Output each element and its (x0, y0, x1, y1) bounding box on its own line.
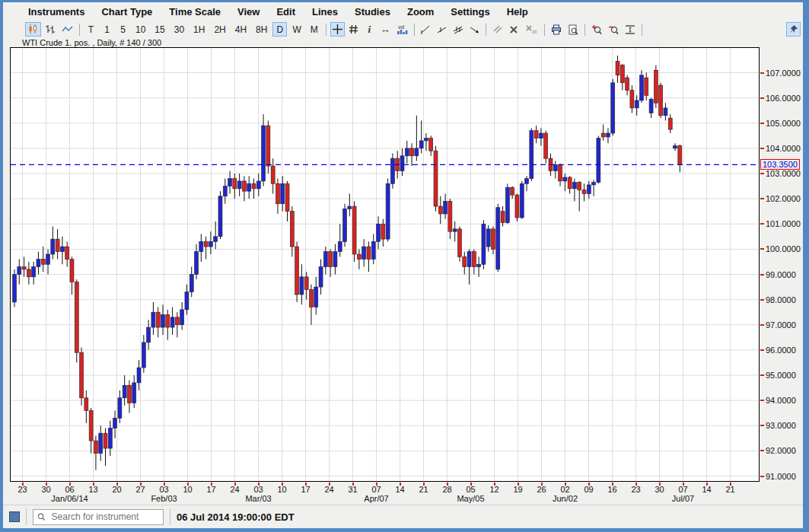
menu-settings[interactable]: Settings (442, 4, 498, 20)
fit-vertical-icon (625, 24, 635, 35)
channel-tool-button[interactable] (451, 22, 466, 37)
menu-chart-type[interactable]: Chart Type (93, 4, 161, 20)
chart-area: 103.3500 107.0000106.0000105.0000104.000… (10, 47, 803, 482)
delete-line-button[interactable] (507, 22, 521, 37)
x-axis-month-label: Feb/03 (151, 494, 177, 503)
menu-studies[interactable]: Studies (346, 4, 399, 20)
y-axis-label: 93.0000 (766, 421, 796, 430)
x-axis-day-label: 21 (419, 485, 428, 494)
x-axis-day-label: 14 (395, 485, 404, 494)
timeframe-5-button[interactable]: 5 (116, 22, 130, 37)
y-axis-tick (760, 450, 764, 451)
info-button[interactable]: i (362, 22, 377, 37)
timeframe-30-button[interactable]: 30 (170, 22, 188, 37)
x-axis-day-label: 10 (277, 485, 286, 494)
x-axis-month-label: May/05 (457, 494, 484, 503)
timeframe-w-button[interactable]: W (288, 22, 304, 37)
print-button[interactable] (549, 22, 564, 37)
zoom-out-button[interactable] (606, 22, 621, 37)
ohlc-bars-button[interactable] (43, 22, 58, 37)
x-axis-day-label: 21 (725, 485, 734, 494)
fit-vertical-scale-button[interactable] (623, 22, 638, 37)
y-axis-tick (760, 324, 764, 326)
x-axis-day-label: 19 (513, 485, 522, 494)
x-axis-month-label: Mar/03 (245, 494, 271, 503)
application-window: InstrumentsChart TypeTime ScaleViewEditL… (0, 0, 809, 532)
search-input[interactable] (50, 511, 159, 523)
timeframe-8h-button[interactable]: 8H (252, 22, 271, 37)
timeframe-10-button[interactable]: 10 (132, 22, 149, 37)
toolbar-separator (486, 24, 486, 36)
channel-icon (453, 24, 463, 34)
x-axis-day-label: 16 (607, 485, 616, 494)
timeframe-t-button[interactable]: T (84, 22, 98, 37)
expand-horizontal-button[interactable]: ↔ (378, 22, 393, 37)
timeframe-15-button[interactable]: 15 (151, 22, 168, 37)
statusbar-separator (26, 508, 27, 525)
x-axis-month-label: Jan/06/14 (51, 494, 88, 503)
instrument-search-box[interactable] (33, 509, 164, 525)
menu-zoom[interactable]: Zoom (399, 4, 442, 20)
pin-icon (788, 24, 798, 35)
print-preview-button[interactable] (565, 22, 581, 37)
candlestick-chart-button[interactable] (25, 22, 41, 37)
menu-help[interactable]: Help (498, 4, 537, 20)
time-x-axis[interactable]: 233006Jan/06/1413202703Feb/0310172403Mar… (10, 482, 760, 505)
x-axis-day-label: 17 (206, 485, 215, 494)
crosshair-button[interactable] (330, 22, 345, 37)
y-axis-tick (760, 374, 764, 376)
toolbar-separator (642, 24, 642, 36)
candlestick-icon (27, 24, 39, 35)
ray-line-icon (437, 24, 447, 34)
x-axis-day-label: 30 (655, 485, 664, 494)
x-axis-day-label: 27 (135, 485, 145, 494)
price-y-axis[interactable]: 103.3500 107.0000106.0000105.0000104.000… (760, 47, 803, 482)
y-axis-label: 94.0000 (766, 396, 796, 405)
menu-instruments[interactable]: Instruments (20, 4, 93, 20)
pin-toolbar-button[interactable] (786, 22, 801, 37)
y-axis-label: 105.0000 (766, 119, 801, 128)
timeframe-m-button[interactable]: M (307, 22, 322, 37)
line-chart-button[interactable] (59, 22, 75, 37)
timeframe-d-button[interactable]: D (272, 22, 287, 37)
menu-edit[interactable]: Edit (268, 4, 304, 20)
menu-view[interactable]: View (229, 4, 268, 20)
x-axis-day-label: 17 (301, 485, 310, 494)
parallel-lines-button[interactable] (490, 22, 505, 37)
x-axis-day-label: 09 (584, 485, 593, 494)
x-axis-day-label: 26 (537, 485, 546, 494)
zoom-in-button[interactable] (589, 22, 604, 37)
toolbar: T151015301H2H4H8HDWM i ↔ v (3, 21, 803, 38)
volume-icon: vol (397, 24, 408, 35)
y-axis-tick (760, 299, 764, 301)
ray-line-tool-button[interactable] (435, 22, 449, 37)
y-axis-label: 97.0000 (766, 320, 796, 330)
zoom-in-icon (591, 24, 602, 35)
y-axis-tick (760, 349, 764, 351)
x-axis-month-label: Jun/02 (553, 494, 578, 503)
x-axis-day-label: 03 (159, 485, 168, 494)
y-axis-label: 98.0000 (766, 295, 796, 304)
timeframe-1h-button[interactable]: 1H (190, 22, 209, 37)
trendline-tool-button[interactable] (419, 22, 433, 37)
delete-all-lines-button[interactable]: all (523, 22, 540, 37)
search-icon (37, 512, 46, 522)
y-axis-label: 103.0000 (766, 169, 801, 178)
y-axis-label: 92.0000 (766, 446, 796, 455)
x-axis-day-label: 02 (560, 485, 569, 494)
y-axis-label: 107.0000 (766, 68, 801, 78)
menu-lines[interactable]: Lines (304, 4, 346, 20)
timeframe-2h-button[interactable]: 2H (210, 22, 229, 37)
y-axis-tick (760, 274, 764, 276)
workspace-color-button[interactable] (9, 511, 20, 522)
timeframe-1-button[interactable]: 1 (100, 22, 114, 37)
menu-time-scale[interactable]: Time Scale (161, 4, 229, 20)
volume-button[interactable]: vol (394, 22, 410, 37)
timeframe-4h-button[interactable]: 4H (231, 22, 250, 37)
price-chart-plot[interactable] (10, 47, 760, 482)
grid-toggle-button[interactable] (346, 22, 361, 37)
y-axis-tick (760, 248, 764, 250)
y-axis-tick (760, 198, 764, 199)
zoom-out-icon (608, 24, 619, 35)
arrow-line-tool-button[interactable] (467, 22, 482, 37)
